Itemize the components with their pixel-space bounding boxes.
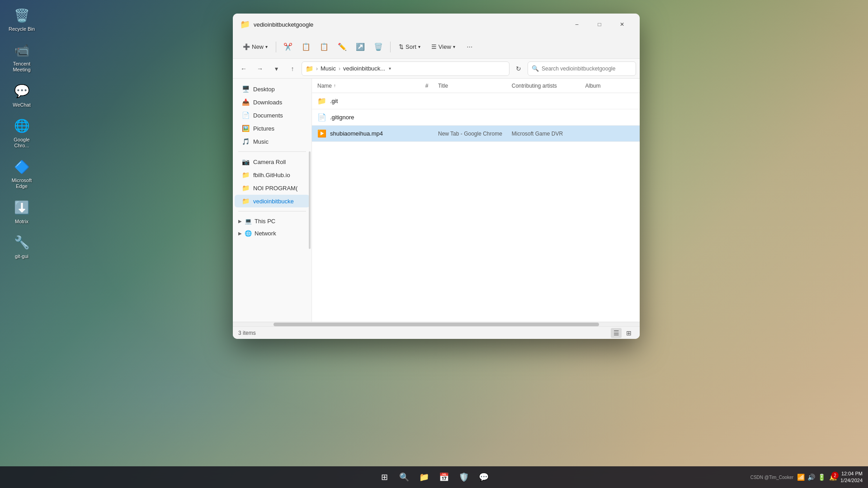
downloads-sidebar-icon: 📥 [242, 99, 250, 106]
network-expand-arrow: ▶ [238, 231, 242, 236]
sidebar-expand-network[interactable]: ▶ 🌐 Network [233, 227, 311, 239]
sidebar-label-downloads: Downloads [253, 99, 282, 106]
file-row-mp4[interactable]: ▶️ shubiaomeihua.mp4 New Tab - Google Ch… [312, 126, 640, 142]
sidebar-item-camera-roll[interactable]: 📷 Camera Roll [235, 155, 310, 168]
sidebar-label-network: Network [255, 230, 276, 237]
col-header-contributing-artists[interactable]: Contributing artists [512, 83, 585, 89]
cut-button[interactable]: ✂️ [280, 39, 296, 55]
more-button[interactable]: ··· [462, 39, 478, 55]
desktop-sidebar-icon: 🖥️ [242, 85, 250, 93]
taskbar-time-date[interactable]: 12:04 PM 1/24/2024 [840, 470, 863, 484]
main-content: 🖥️ Desktop 📌 📥 Downloads 📌 📄 Documents 📌… [233, 79, 640, 322]
taskbar: ⊞ 🔍 📁 📅 🛡️ 💬 CSDN @Tim_Cooker 📶 🔊 🔋 🔔 2 [0, 466, 868, 488]
this-pc-icon: 💻 [245, 218, 252, 225]
taskbar-file-explorer-button[interactable]: 📁 [415, 468, 433, 486]
desktop-icon-git-gui[interactable]: 🔧 git-gui [4, 231, 40, 262]
window-controls: – □ ✕ [566, 17, 632, 32]
refresh-button[interactable]: ↻ [511, 61, 526, 76]
taskbar-security-button[interactable]: 🛡️ [455, 468, 473, 486]
sidebar-label-documents: Documents [253, 112, 283, 119]
share-button[interactable]: ↗️ [352, 39, 368, 55]
window-title: vedioinbitbucketgoogle [254, 21, 563, 28]
maximize-button[interactable]: □ [589, 17, 610, 32]
minimize-button[interactable]: – [566, 17, 587, 32]
git-gui-icon: 🔧 [13, 234, 31, 252]
grid-view-toggle[interactable]: ⊞ [623, 328, 634, 338]
start-button[interactable]: ⊞ [375, 468, 393, 486]
search-icon: 🔍 [532, 65, 539, 72]
new-button[interactable]: ➕ New ▾ [238, 41, 272, 53]
tencent-icon: 📹 [13, 41, 31, 59]
vedioinbitbucket-icon: 📁 [242, 197, 250, 205]
address-separator-2: › [339, 66, 340, 72]
sort-button[interactable]: ⇅ Sort ▾ [394, 41, 425, 53]
history-dropdown-button[interactable]: ▾ [269, 61, 283, 76]
col-header-title[interactable]: Title [438, 83, 512, 89]
sidebar-item-documents[interactable]: 📄 Documents 📌 [235, 109, 310, 122]
list-view-toggle[interactable]: ☰ [611, 328, 622, 338]
search-input[interactable] [542, 66, 632, 72]
sidebar-item-pictures[interactable]: 🖼️ Pictures 📌 [235, 122, 310, 135]
sidebar-expand-this-pc[interactable]: ▶ 💻 This PC [233, 215, 311, 227]
horizontal-scrollbar[interactable] [233, 322, 640, 326]
address-dropdown-icon[interactable]: ▾ [389, 66, 391, 71]
close-button[interactable]: ✕ [612, 17, 632, 32]
sidebar-label-fbilh: fbilh.GitHub.io [253, 172, 290, 178]
file-row-git[interactable]: 📁 .git [312, 93, 640, 109]
delete-button[interactable]: 🗑️ [370, 39, 387, 55]
taskbar-file-explorer-icon: 📁 [419, 472, 429, 482]
sidebar-item-fbilh[interactable]: 📁 fbilh.GitHub.io [235, 169, 310, 181]
taskbar-security-icon: 🛡️ [459, 472, 469, 482]
sidebar-item-vedioinbitbucket[interactable]: 📁 vedioinbitbucke [235, 195, 310, 207]
copy-button[interactable]: 📋 [298, 39, 314, 55]
taskbar-center: ⊞ 🔍 📁 📅 🛡️ 💬 [375, 468, 493, 486]
toolbar-separator-1 [276, 42, 276, 52]
desktop-icon-tencent[interactable]: 📹 TencentMeeting [4, 38, 40, 75]
sidebar-item-noi[interactable]: 📁 NOI PROGRAM( [235, 182, 310, 194]
mp4-file-icon: ▶️ [317, 129, 326, 138]
desktop-icon-motrix[interactable]: ⬇️ Motrix [4, 196, 40, 227]
fbilh-icon: 📁 [242, 171, 250, 178]
desktop-icon-chrome[interactable]: 🌐 GoogleChro... [4, 114, 40, 151]
sidebar-item-music[interactable]: 🎵 Music 📌 [235, 135, 310, 148]
view-button[interactable]: ☰ View ▾ [427, 41, 460, 53]
chrome-label: GoogleChro... [14, 137, 29, 149]
up-button[interactable]: ↑ [285, 61, 300, 76]
col-header-album[interactable]: Album [585, 83, 635, 89]
desktop-icon-recycle-bin[interactable]: 🗑️ Recycle Bin [4, 4, 40, 35]
git-folder-name: .git [330, 98, 338, 104]
sidebar-item-downloads[interactable]: 📥 Downloads 📌 [235, 96, 310, 108]
paste-button[interactable]: 📋 [316, 39, 332, 55]
column-headers: Name ↑ # Title Contributing artists Albu… [312, 79, 640, 93]
sort-dropdown-icon: ▾ [418, 44, 420, 49]
taskbar-search-icon: 🔍 [399, 472, 409, 482]
forward-button[interactable]: → [253, 61, 267, 76]
address-bar[interactable]: 📁 › Music › vedioinbitbuck... ▾ [302, 61, 509, 76]
taskbar-search-button[interactable]: 🔍 [395, 468, 413, 486]
recycle-bin-label: Recycle Bin [9, 26, 35, 32]
sidebar-label-pictures: Pictures [253, 125, 274, 132]
sidebar-item-desktop[interactable]: 🖥️ Desktop 📌 [235, 83, 310, 95]
recycle-bin-icon: 🗑️ [13, 6, 31, 24]
desktop-icon-edge[interactable]: 🔷 MicrosoftEdge [4, 155, 40, 192]
wechat-label: WeChat [13, 102, 31, 108]
sidebar-scrollbar[interactable] [309, 151, 311, 249]
back-button[interactable]: ← [236, 61, 251, 76]
mp4-name: shubiaomeihua.mp4 [330, 130, 383, 137]
file-row-gitignore[interactable]: 📄 .gitignore [312, 109, 640, 126]
new-dropdown-icon: ▾ [265, 44, 268, 49]
desktop-icon-wechat[interactable]: 💬 WeChat [4, 80, 40, 111]
taskbar-time: 12:04 PM [840, 470, 863, 477]
music-sidebar-icon: 🎵 [242, 138, 250, 145]
taskbar-volume-icon: 🔊 [807, 474, 815, 481]
taskbar-discord-button[interactable]: 💬 [475, 468, 493, 486]
chrome-icon: 🌐 [13, 117, 31, 135]
gitignore-name: .gitignore [330, 114, 354, 121]
sidebar-label-music: Music [253, 138, 269, 145]
col-header-hash[interactable]: # [415, 83, 438, 89]
rename-button[interactable]: ✏️ [334, 39, 350, 55]
noi-icon: 📁 [242, 184, 250, 192]
sidebar-label-noi: NOI PROGRAM( [253, 185, 297, 192]
col-header-name[interactable]: Name ↑ [317, 83, 415, 89]
taskbar-calendar-button[interactable]: 📅 [435, 468, 453, 486]
